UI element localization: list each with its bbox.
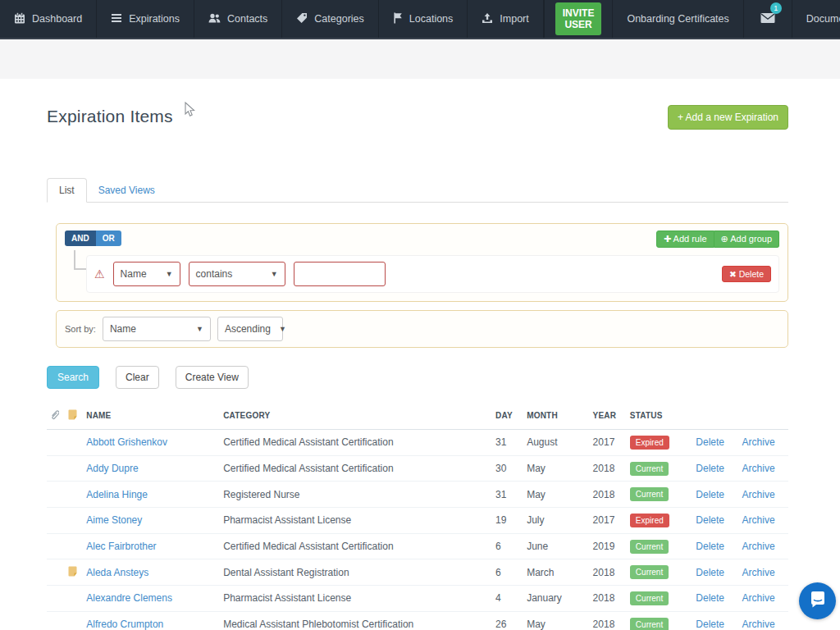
delete-rule-button[interactable]: ✖ Delete — [722, 266, 771, 282]
nav-label: Expirations — [129, 13, 180, 25]
filter-operator-select[interactable]: contains▼ — [189, 262, 285, 286]
add-rule-button[interactable]: ✚ Add rule — [656, 231, 714, 248]
tag-icon — [296, 12, 308, 26]
delete-link[interactable]: Delete — [696, 514, 724, 526]
year-cell: 2017 — [590, 430, 627, 456]
filter-value-input[interactable] — [294, 262, 386, 286]
nav-item-locations[interactable]: Locations — [379, 0, 468, 38]
archive-link[interactable]: Archive — [742, 541, 775, 552]
table-row: Alec Fairbrother Certified Medical Assis… — [47, 533, 788, 559]
tab-saved-views[interactable]: Saved Views — [87, 179, 167, 202]
expiration-name-link[interactable]: Adelina Hinge — [86, 489, 148, 500]
and-button[interactable]: AND — [65, 231, 96, 246]
nav-label: Import — [500, 13, 528, 25]
nav-right-group: INVITE USER Onbarding Certificates 1 Doc… — [544, 0, 840, 38]
page-header: Expiration Items + Add a new Expiration — [47, 107, 788, 139]
nav-label: Dashboard — [32, 13, 82, 25]
day-cell: 19 — [492, 508, 523, 534]
expiration-name-link[interactable]: Aleda Ansteys — [86, 567, 148, 578]
note-icon — [68, 568, 77, 579]
flag-icon — [393, 12, 403, 26]
expiration-name-link[interactable]: Abbott Grishenkov — [86, 436, 167, 448]
chevron-down-icon: ▼ — [196, 325, 203, 333]
category-cell: Certified Medical Assistant Certificatio… — [220, 533, 492, 559]
year-cell: 2018 — [590, 611, 627, 630]
app-window: Dashboard Expirations Contacts Categorie… — [0, 0, 840, 630]
table-row: Alexandre Clemens Pharmacist Assistant L… — [47, 586, 788, 612]
month-cell: June — [523, 533, 589, 559]
invite-user-wrap: INVITE USER — [544, 0, 613, 38]
view-tabs: List Saved Views — [47, 177, 788, 203]
condition-toggle: AND OR — [65, 231, 121, 246]
nav-item-contacts[interactable]: Contacts — [194, 0, 282, 38]
status-badge: Current — [630, 618, 669, 630]
chevron-down-icon: ▼ — [271, 270, 278, 278]
nav-item-expirations[interactable]: Expirations — [97, 0, 194, 38]
add-expiration-button[interactable]: + Add a new Expiration — [668, 105, 788, 130]
expiration-name-link[interactable]: Alec Fairbrother — [86, 541, 156, 552]
month-cell: July — [523, 508, 589, 534]
delete-link[interactable]: Delete — [696, 619, 724, 630]
table-header-row: NAME CATEGORY DAY MONTH YEAR STATUS — [47, 402, 788, 430]
day-cell: 4 — [492, 586, 523, 612]
archive-link[interactable]: Archive — [742, 436, 775, 448]
nav-item-messages[interactable]: 1 — [743, 0, 792, 38]
year-cell: 2019 — [590, 533, 627, 559]
or-button[interactable]: OR — [96, 231, 121, 246]
expiration-name-link[interactable]: Aime Stoney — [86, 514, 142, 526]
expiration-name-link[interactable]: Addy Dupre — [86, 463, 138, 474]
status-badge: Expired — [630, 514, 669, 527]
delete-link[interactable]: Delete — [696, 436, 724, 448]
group-actions: ✚ Add rule ⊕ Add group — [656, 231, 779, 248]
clear-button[interactable]: Clear — [116, 366, 159, 389]
sort-field-select[interactable]: Name▼ — [103, 317, 211, 341]
year-cell: 2017 — [590, 508, 627, 534]
nav-label: Contacts — [227, 13, 267, 25]
archive-link[interactable]: Archive — [742, 489, 775, 500]
chat-widget-button[interactable] — [799, 582, 836, 619]
archive-link[interactable]: Archive — [742, 463, 775, 474]
archive-link[interactable]: Archive — [742, 567, 775, 578]
status-badge: Current — [630, 565, 669, 579]
category-cell: Medical Assistant Phlebotomist Certifica… — [220, 611, 492, 630]
expiration-name-link[interactable]: Alfredo Crumpton — [86, 619, 163, 630]
nav-item-onboarding-certificates[interactable]: Onbarding Certificates — [612, 0, 742, 38]
column-header-month: MONTH — [523, 402, 589, 430]
day-cell: 30 — [492, 455, 523, 482]
upload-icon — [482, 12, 493, 26]
archive-link[interactable]: Archive — [742, 514, 775, 526]
delete-link[interactable]: Delete — [696, 541, 724, 552]
status-badge: Current — [630, 487, 669, 501]
note-column-header — [65, 402, 83, 430]
invite-user-button[interactable]: INVITE USER — [555, 2, 602, 35]
category-cell: Pharmacist Assistant License — [220, 508, 492, 534]
delete-link[interactable]: Delete — [696, 489, 724, 500]
expiration-name-link[interactable]: Alexandre Clemens — [86, 592, 172, 604]
column-header-year: YEAR — [590, 402, 627, 430]
day-cell: 31 — [492, 430, 523, 456]
nav-item-dashboard[interactable]: Dashboard — [0, 0, 97, 38]
month-cell: May — [523, 455, 589, 482]
search-button[interactable]: Search — [47, 366, 99, 389]
delete-link[interactable]: Delete — [696, 567, 724, 578]
status-badge: Current — [630, 462, 669, 476]
year-cell: 2018 — [590, 586, 627, 612]
archive-link[interactable]: Archive — [742, 619, 775, 630]
delete-link[interactable]: Delete — [696, 592, 724, 604]
nav-item-documentation[interactable]: Documentation — [792, 0, 840, 38]
table-row: Aime Stoney Pharmacist Assistant License… — [47, 508, 788, 534]
create-view-button[interactable]: Create View — [176, 366, 249, 389]
tab-list[interactable]: List — [47, 178, 87, 203]
rule-connector-line — [74, 250, 86, 270]
month-cell: March — [523, 559, 589, 586]
chevron-down-icon: ▼ — [166, 270, 173, 278]
add-group-button[interactable]: ⊕ Add group — [714, 231, 779, 248]
nav-item-import[interactable]: Import — [468, 0, 543, 38]
delete-link[interactable]: Delete — [696, 463, 724, 474]
filter-field-select[interactable]: Name▼ — [113, 262, 180, 286]
sort-direction-select[interactable]: Ascending▼ — [217, 317, 283, 341]
attachment-column-header — [47, 402, 65, 430]
sort-by-label: Sort by: — [65, 324, 96, 334]
nav-item-categories[interactable]: Categories — [282, 0, 378, 38]
archive-link[interactable]: Archive — [742, 592, 775, 604]
